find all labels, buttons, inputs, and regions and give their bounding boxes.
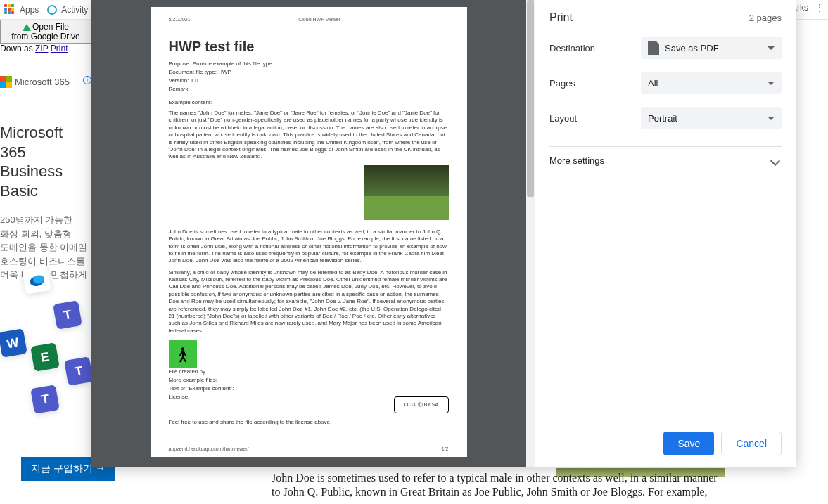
pdf-icon (648, 41, 659, 55)
sheet-remark: Remark: (169, 86, 449, 92)
ad-icon-cluster: T W T T E (0, 260, 91, 422)
print-link[interactable]: Print (51, 44, 68, 53)
onedrive-icon (27, 271, 45, 288)
setting-destination: Destination Save as PDF (549, 37, 782, 59)
print-page-count: 2 pages (749, 13, 782, 23)
sheet-license: License: (169, 394, 190, 400)
sheet-footer-page: 1/2 (442, 446, 449, 451)
print-title: Print (549, 11, 573, 24)
drive-icon (23, 24, 31, 31)
sheet-date: 5/31/2021 (169, 17, 191, 22)
sheet-landscape-image (364, 165, 449, 220)
cancel-button[interactable]: Cancel (721, 432, 782, 455)
teams-icon: T (53, 300, 82, 330)
destination-value: Save as PDF (665, 43, 719, 53)
activity-icon (47, 5, 57, 15)
sheet-version: Version: 1.0 (169, 77, 449, 84)
pages-value: All (648, 78, 658, 89)
excel-icon: E (30, 342, 60, 372)
ms-logo: Microsoft 365 (0, 76, 91, 88)
sheet-para-2: John Doe is sometimes used to refer to a… (169, 228, 449, 265)
setting-pages: Pages All (549, 72, 782, 94)
sheet-text-of: Text of "Example content": (169, 385, 449, 392)
pages-select[interactable]: All (641, 72, 782, 94)
sheet-title: HWP test file (169, 39, 449, 55)
sheet-figure-image (169, 340, 197, 368)
ad-panel: Microsoft 365 Microsoft 365 Business Bas… (0, 76, 91, 282)
sheet-para-1: The names "John Doe" for males, "Jane Do… (169, 110, 449, 161)
sheet-license-note: Feel free to use and share the file acco… (169, 419, 449, 425)
ms-logo-icon (0, 76, 12, 88)
sheet-para-3: Similarly, a child or baby whose identit… (169, 269, 449, 335)
destination-label: Destination (549, 43, 641, 53)
sheet-footer-url: appzend.herokuapp.com/hwpviewer/ (169, 446, 249, 451)
teams-icon-3: T (30, 385, 60, 414)
sheet-example-header: Example content: (169, 99, 449, 105)
preview-scrollbar[interactable] (526, 0, 535, 467)
open-from-drive-button[interactable]: Open File from Google Drive (0, 20, 91, 44)
chevron-down-icon (768, 117, 775, 120)
save-button[interactable]: Save (663, 432, 714, 455)
bookmark-apps-label: Apps (20, 5, 39, 15)
sheet-created-by: File created by (169, 368, 449, 375)
download-zip-link[interactable]: ZIP (35, 44, 48, 53)
chevron-down-icon (770, 155, 780, 165)
chevron-down-icon (768, 82, 775, 85)
more-settings-toggle[interactable]: More settings (549, 147, 782, 174)
left-rail: Open File from Google Drive Down as ZIP … (0, 20, 91, 53)
more-settings-label: More settings (549, 155, 604, 166)
sheet-purpose: Purpose: Provide example of this file ty… (169, 60, 449, 67)
bookmark-apps[interactable]: Apps (4, 4, 39, 15)
bookmark-activity[interactable]: Activity (47, 5, 88, 15)
setting-layout: Layout Portrait (549, 107, 782, 129)
preview-page-1: 5/31/2021Cloud HWP Viewer HWP test file … (151, 7, 467, 457)
ad-headline: Microsoft 365 Business Basic (0, 123, 91, 200)
word-icon: W (0, 328, 27, 358)
chevron-down-icon (768, 46, 775, 50)
destination-select[interactable]: Save as PDF (641, 37, 782, 59)
scrollbar-thumb[interactable] (527, 0, 534, 197)
layout-label: Layout (549, 113, 641, 124)
bookmarks-overflow[interactable]: arks ⋮ (792, 3, 824, 13)
print-preview-pane[interactable]: 5/31/2021Cloud HWP Viewer HWP test file … (91, 0, 526, 467)
download-row: Down as ZIP Print (0, 44, 91, 53)
layout-select[interactable]: Portrait (641, 107, 782, 129)
bookmark-activity-label: Activity (61, 5, 88, 15)
sheet-doctype: Document file type: HWP (169, 69, 449, 75)
print-dialog: 5/31/2021Cloud HWP Viewer HWP test file … (91, 0, 796, 467)
sheet-app: Cloud HWP Viewer (298, 17, 340, 22)
background-page-text: John Doe is sometimes used to refer to a… (272, 471, 722, 499)
ad-brand: Microsoft 365 (15, 77, 70, 87)
pages-label: Pages (549, 78, 641, 89)
open-line1: Open File (32, 22, 69, 32)
cc-license-badge: CC ① ⓪ BY SA (394, 396, 449, 413)
sheet-more-examples: More example files: (169, 377, 449, 383)
teams-icon-2: T (64, 356, 94, 386)
layout-value: Portrait (648, 113, 677, 124)
open-line2: from Google Drive (11, 32, 79, 41)
apps-icon (4, 4, 15, 15)
svg-point-2 (181, 347, 184, 350)
print-settings-pane: Print 2 pages Destination Save as PDF Pa… (535, 0, 796, 467)
